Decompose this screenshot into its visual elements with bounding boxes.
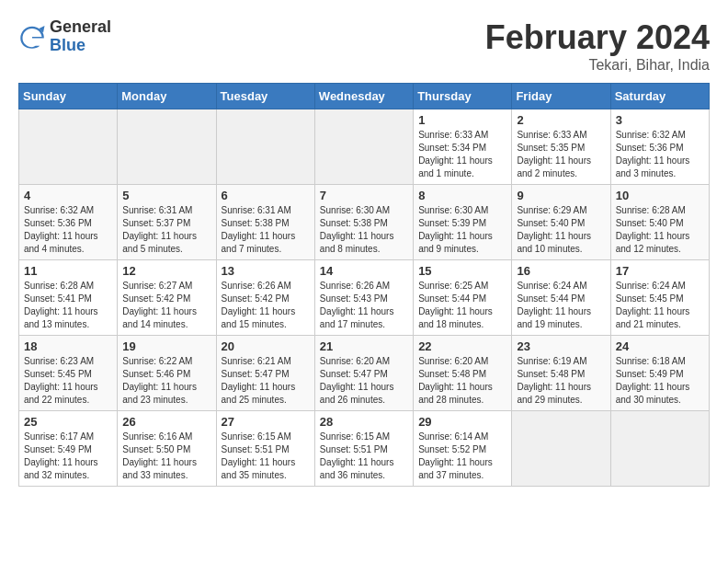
calendar-header-saturday: Saturday [610, 84, 709, 109]
calendar-cell [216, 109, 314, 185]
calendar-cell: 3Sunrise: 6:32 AM Sunset: 5:36 PM Daylig… [610, 109, 709, 185]
calendar-cell: 5Sunrise: 6:31 AM Sunset: 5:37 PM Daylig… [118, 185, 216, 260]
logo-icon [18, 23, 46, 51]
calendar-cell: 9Sunrise: 6:29 AM Sunset: 5:40 PM Daylig… [512, 185, 610, 260]
day-info: Sunrise: 6:29 AM Sunset: 5:40 PM Dayligh… [517, 204, 605, 256]
day-number: 6 [222, 189, 310, 202]
page-header: General Blue February 2024 Tekari, Bihar… [18, 18, 710, 74]
calendar-cell [118, 109, 216, 185]
calendar-cell [19, 109, 118, 185]
day-info: Sunrise: 6:33 AM Sunset: 5:34 PM Dayligh… [418, 129, 506, 180]
calendar-cell: 11Sunrise: 6:28 AM Sunset: 5:41 PM Dayli… [19, 260, 118, 336]
calendar-cell: 18Sunrise: 6:23 AM Sunset: 5:45 PM Dayli… [19, 336, 118, 411]
day-info: Sunrise: 6:22 AM Sunset: 5:46 PM Dayligh… [122, 355, 210, 407]
calendar-cell: 14Sunrise: 6:26 AM Sunset: 5:43 PM Dayli… [314, 260, 413, 336]
day-info: Sunrise: 6:24 AM Sunset: 5:44 PM Dayligh… [517, 280, 605, 331]
calendar-cell: 17Sunrise: 6:24 AM Sunset: 5:45 PM Dayli… [610, 260, 709, 336]
calendar-header-sunday: Sunday [19, 84, 118, 109]
calendar-cell: 10Sunrise: 6:28 AM Sunset: 5:40 PM Dayli… [610, 185, 709, 260]
calendar-week-row: 18Sunrise: 6:23 AM Sunset: 5:45 PM Dayli… [19, 336, 710, 411]
day-number: 16 [517, 264, 605, 278]
day-info: Sunrise: 6:27 AM Sunset: 5:42 PM Dayligh… [122, 280, 210, 331]
day-info: Sunrise: 6:20 AM Sunset: 5:47 PM Dayligh… [320, 355, 408, 407]
calendar-week-row: 11Sunrise: 6:28 AM Sunset: 5:41 PM Dayli… [19, 260, 710, 336]
calendar-header-row: SundayMondayTuesdayWednesdayThursdayFrid… [19, 84, 710, 109]
day-info: Sunrise: 6:20 AM Sunset: 5:48 PM Dayligh… [418, 355, 506, 407]
logo-text: General Blue [50, 18, 111, 55]
calendar-cell: 15Sunrise: 6:25 AM Sunset: 5:44 PM Dayli… [414, 260, 512, 336]
month-title: February 2024 [485, 18, 710, 57]
day-info: Sunrise: 6:17 AM Sunset: 5:49 PM Dayligh… [24, 431, 112, 482]
day-number: 9 [517, 189, 605, 202]
day-number: 20 [222, 339, 310, 353]
day-info: Sunrise: 6:30 AM Sunset: 5:39 PM Dayligh… [418, 204, 506, 256]
day-info: Sunrise: 6:26 AM Sunset: 5:42 PM Dayligh… [222, 280, 310, 331]
day-info: Sunrise: 6:31 AM Sunset: 5:38 PM Dayligh… [222, 204, 310, 256]
calendar-cell: 12Sunrise: 6:27 AM Sunset: 5:42 PM Dayli… [118, 260, 216, 336]
day-info: Sunrise: 6:21 AM Sunset: 5:47 PM Dayligh… [222, 355, 310, 407]
day-info: Sunrise: 6:33 AM Sunset: 5:35 PM Dayligh… [517, 129, 605, 180]
calendar-cell: 29Sunrise: 6:14 AM Sunset: 5:52 PM Dayli… [414, 411, 512, 487]
day-info: Sunrise: 6:32 AM Sunset: 5:36 PM Dayligh… [24, 204, 112, 256]
day-number: 12 [122, 264, 210, 278]
title-block: February 2024 Tekari, Bihar, India [485, 18, 710, 74]
day-info: Sunrise: 6:28 AM Sunset: 5:40 PM Dayligh… [616, 204, 704, 256]
location-title: Tekari, Bihar, India [485, 57, 710, 74]
calendar-week-row: 4Sunrise: 6:32 AM Sunset: 5:36 PM Daylig… [19, 185, 710, 260]
calendar-header-friday: Friday [512, 84, 610, 109]
calendar-cell: 21Sunrise: 6:20 AM Sunset: 5:47 PM Dayli… [314, 336, 413, 411]
day-number: 4 [24, 189, 112, 202]
day-info: Sunrise: 6:15 AM Sunset: 5:51 PM Dayligh… [320, 431, 408, 482]
day-number: 7 [320, 189, 408, 202]
calendar-cell [610, 411, 709, 487]
logo: General Blue [18, 18, 111, 55]
day-number: 17 [616, 264, 704, 278]
calendar-cell: 1Sunrise: 6:33 AM Sunset: 5:34 PM Daylig… [414, 109, 512, 185]
day-info: Sunrise: 6:16 AM Sunset: 5:50 PM Dayligh… [122, 431, 210, 482]
day-info: Sunrise: 6:31 AM Sunset: 5:37 PM Dayligh… [122, 204, 210, 256]
day-number: 22 [418, 339, 506, 353]
calendar-cell [314, 109, 413, 185]
day-number: 1 [418, 113, 506, 127]
calendar-cell: 27Sunrise: 6:15 AM Sunset: 5:51 PM Dayli… [216, 411, 314, 487]
day-info: Sunrise: 6:32 AM Sunset: 5:36 PM Dayligh… [616, 129, 704, 180]
day-info: Sunrise: 6:18 AM Sunset: 5:49 PM Dayligh… [616, 355, 704, 407]
day-info: Sunrise: 6:14 AM Sunset: 5:52 PM Dayligh… [418, 431, 506, 482]
calendar-cell: 19Sunrise: 6:22 AM Sunset: 5:46 PM Dayli… [118, 336, 216, 411]
day-number: 19 [122, 339, 210, 353]
calendar-cell: 23Sunrise: 6:19 AM Sunset: 5:48 PM Dayli… [512, 336, 610, 411]
calendar-cell [512, 411, 610, 487]
day-number: 10 [616, 189, 704, 202]
day-number: 14 [320, 264, 408, 278]
calendar-header-thursday: Thursday [414, 84, 512, 109]
calendar-header-tuesday: Tuesday [216, 84, 314, 109]
day-info: Sunrise: 6:24 AM Sunset: 5:45 PM Dayligh… [616, 280, 704, 331]
day-number: 21 [320, 339, 408, 353]
calendar-cell: 26Sunrise: 6:16 AM Sunset: 5:50 PM Dayli… [118, 411, 216, 487]
day-info: Sunrise: 6:30 AM Sunset: 5:38 PM Dayligh… [320, 204, 408, 256]
day-number: 15 [418, 264, 506, 278]
day-number: 11 [24, 264, 112, 278]
day-number: 8 [418, 189, 506, 202]
calendar-header-wednesday: Wednesday [314, 84, 413, 109]
day-info: Sunrise: 6:23 AM Sunset: 5:45 PM Dayligh… [24, 355, 112, 407]
calendar-cell: 20Sunrise: 6:21 AM Sunset: 5:47 PM Dayli… [216, 336, 314, 411]
day-number: 27 [222, 415, 310, 429]
day-number: 26 [122, 415, 210, 429]
day-info: Sunrise: 6:26 AM Sunset: 5:43 PM Dayligh… [320, 280, 408, 331]
calendar-week-row: 25Sunrise: 6:17 AM Sunset: 5:49 PM Dayli… [19, 411, 710, 487]
day-number: 29 [418, 415, 506, 429]
calendar-cell: 7Sunrise: 6:30 AM Sunset: 5:38 PM Daylig… [314, 185, 413, 260]
calendar-week-row: 1Sunrise: 6:33 AM Sunset: 5:34 PM Daylig… [19, 109, 710, 185]
calendar-cell: 6Sunrise: 6:31 AM Sunset: 5:38 PM Daylig… [216, 185, 314, 260]
calendar-cell: 25Sunrise: 6:17 AM Sunset: 5:49 PM Dayli… [19, 411, 118, 487]
calendar-table: SundayMondayTuesdayWednesdayThursdayFrid… [18, 83, 710, 487]
day-number: 13 [222, 264, 310, 278]
day-number: 25 [24, 415, 112, 429]
day-info: Sunrise: 6:15 AM Sunset: 5:51 PM Dayligh… [222, 431, 310, 482]
day-info: Sunrise: 6:25 AM Sunset: 5:44 PM Dayligh… [418, 280, 506, 331]
calendar-cell: 8Sunrise: 6:30 AM Sunset: 5:39 PM Daylig… [414, 185, 512, 260]
day-info: Sunrise: 6:28 AM Sunset: 5:41 PM Dayligh… [24, 280, 112, 331]
day-number: 3 [616, 113, 704, 127]
day-number: 5 [122, 189, 210, 202]
